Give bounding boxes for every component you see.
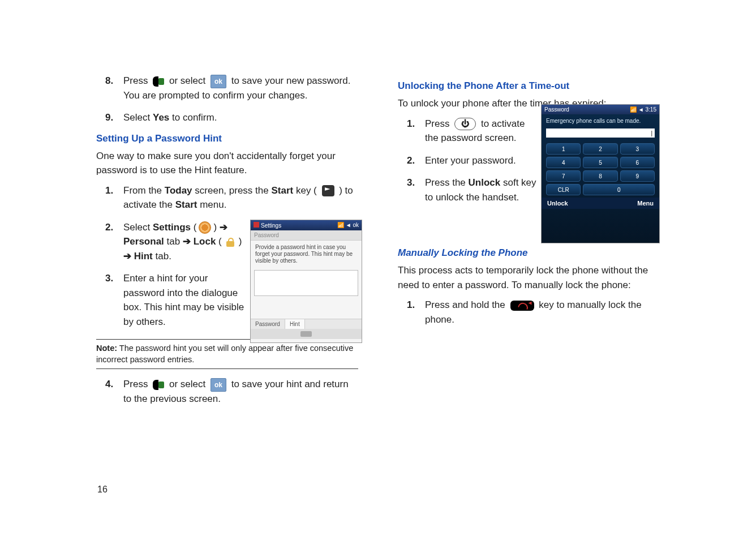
step-9: 9. Select Yes to confirm. (111, 110, 358, 125)
hs1a: From the (123, 185, 162, 196)
hs2-tab2: tab (156, 251, 169, 262)
heading-manual-lock: Manually Locking the Phone (398, 247, 660, 259)
softkey-unlock[interactable]: Unlock (547, 200, 568, 207)
hs2-hint: Hint (134, 251, 153, 262)
heading-unlock: Unlocking the Phone After a Time-out (398, 80, 660, 92)
shot-tab-password[interactable]: Password (251, 319, 285, 329)
ms1a: Press and hold the (425, 299, 505, 310)
ok-icon: ok (211, 75, 226, 88)
key-2[interactable]: 2 (583, 143, 617, 155)
hs2-settings: Settings (153, 222, 191, 233)
hs1-startmenu: Start (175, 199, 197, 210)
hint-step-2: 2. Select Settings () ➔ Personal tab ➔ L… (111, 220, 248, 264)
hs4a: Press (123, 379, 148, 389)
hs3: Enter a hint for your password into the … (123, 273, 244, 327)
us3a: Press the (425, 177, 466, 188)
left-column: 8. Press or select ok to save your new p… (96, 74, 358, 414)
manual-intro: This process acts to temporarily lock th… (398, 263, 660, 292)
key-7[interactable]: 7 (546, 170, 581, 182)
lock-password-input[interactable]: | (546, 128, 655, 138)
us3-unlock: Unlock (469, 177, 501, 188)
note-text: The password hint you set will only appe… (96, 344, 353, 364)
right-column: Unlocking the Phone After a Time-out To … (398, 74, 660, 414)
hs2a: Select (123, 222, 150, 233)
power-icon: ⏻ (454, 118, 476, 130)
ok-icon-2: ok (211, 378, 226, 392)
shot-hint-input[interactable] (254, 270, 358, 296)
key-0[interactable]: 0 (583, 184, 655, 195)
manual-step-1: 1. Press and hold the key to manually lo… (413, 298, 660, 327)
step-8: 8. Press or select ok to save your new p… (111, 74, 358, 102)
hint-step-1: 1. From the Today screen, press the Star… (111, 183, 358, 212)
shot-title: Settings (261, 222, 281, 229)
keyboard-icon[interactable] (300, 331, 312, 337)
shot-tab-hint[interactable]: Hint (285, 319, 305, 329)
step8-text-a: Press (123, 75, 148, 86)
lock-msg: Emergency phone calls can be made. (542, 114, 659, 127)
us2: Enter your password. (425, 153, 538, 168)
start-flag-icon (322, 185, 334, 196)
hs1b: screen, press the (195, 185, 268, 196)
note-label: Note: (96, 344, 117, 353)
key-clr[interactable]: CLR (546, 184, 581, 195)
step8-or: or select (169, 75, 205, 86)
hs2-tab: tab (167, 236, 181, 247)
lock-status-time: 📶 ◄ 3:15 (630, 106, 656, 113)
lock-keypad: 1 2 3 4 5 6 7 8 9 CLR 0 (542, 141, 659, 198)
key-8[interactable]: 8 (583, 170, 617, 182)
us1a: Press (425, 118, 449, 129)
step9-yes: Yes (153, 112, 169, 123)
shot-subbar: Password (251, 230, 362, 241)
note-block: Note: The password hint you set will onl… (96, 339, 358, 369)
hint-step-3: 3. Enter a hint for your password into t… (111, 271, 248, 329)
key-4[interactable]: 4 (546, 157, 581, 168)
settings-screenshot: Settings 📶 ◄ ok Password Provide a passw… (250, 220, 362, 343)
hs1c: key ( (296, 185, 317, 196)
enter-icon (153, 76, 164, 87)
hs1-today: Today (165, 185, 192, 196)
heading-password-hint: Setting Up a Password Hint (96, 133, 358, 144)
lock-title: Password (544, 106, 569, 113)
hs2-personal: Personal (123, 236, 164, 247)
enter-icon-2 (153, 380, 164, 390)
hint-intro: One way to make sure you don't accidenta… (96, 149, 358, 178)
hint-step-4: 4. Press or select ok to save your hint … (111, 377, 358, 406)
hs1-start: Start (271, 185, 293, 196)
key-1[interactable]: 1 (546, 143, 581, 155)
lock-icon (224, 237, 237, 248)
end-call-icon (510, 301, 534, 311)
key-6[interactable]: 6 (620, 157, 655, 168)
shot-hintnote: Provide a password hint in case you forg… (251, 241, 362, 268)
shot-status-icons: 📶 ◄ ok (337, 222, 359, 229)
hs2-lock: Lock (194, 236, 216, 247)
hs1e: menu. (200, 199, 226, 210)
step9-b: to confirm. (172, 112, 217, 123)
lockscreen-screenshot: Password 📶 ◄ 3:15 Emergency phone calls … (541, 104, 660, 243)
key-9[interactable]: 9 (620, 170, 655, 182)
page-number: 16 (97, 485, 108, 495)
step9-a: Select (123, 112, 150, 123)
key-5[interactable]: 5 (583, 157, 617, 168)
softkey-menu[interactable]: Menu (637, 200, 654, 207)
key-3[interactable]: 3 (620, 143, 655, 155)
gear-icon (199, 221, 211, 234)
hs4-or: or select (169, 379, 205, 389)
lock-time: 3:15 (646, 106, 656, 113)
